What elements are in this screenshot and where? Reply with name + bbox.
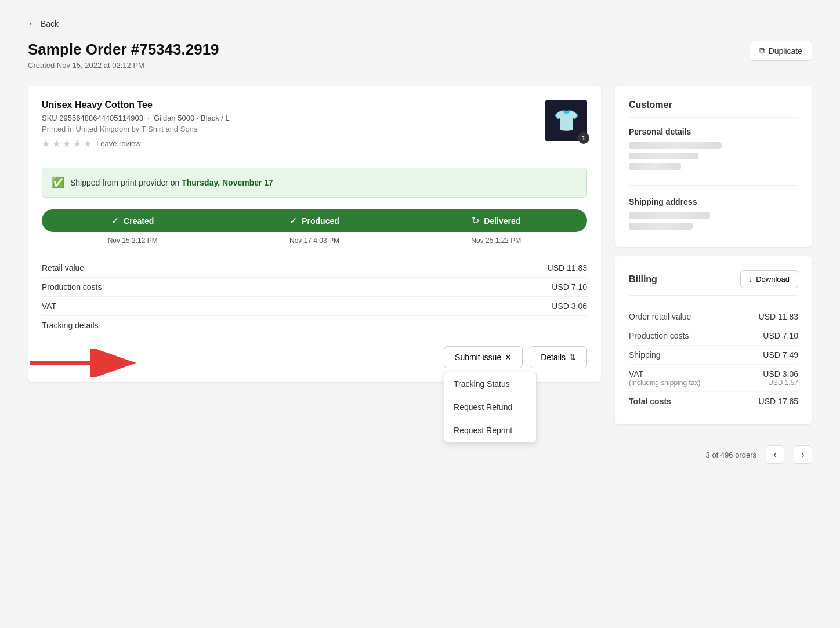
customer-card: Customer Personal details Shipping addre… [615,86,812,247]
production-value: USD 7.10 [552,282,587,292]
billing-total-label: Total costs [629,397,671,406]
back-label: Back [41,19,59,28]
vat-sub-value: USD 1.57 [763,379,798,387]
dropdown-request-refund[interactable]: Request Refund [444,395,536,419]
vat-value: USD 3.06 [552,302,587,311]
shipped-banner: ✅ Shipped from print provider on Thursda… [42,168,587,198]
billing-production-value: USD 7.10 [763,331,798,340]
details-button[interactable]: Details ⇅ [530,346,587,368]
vat-label: VAT [42,302,56,311]
billing-total-value: USD 17.65 [759,397,798,406]
dropdown-request-reprint[interactable]: Request Reprint [444,419,536,442]
order-date: Created Nov 15, 2022 at 02:12 PM [28,61,219,70]
pagination-prev[interactable]: ‹ [766,445,784,464]
page-header: Sample Order #75343.2919 Created Nov 15,… [28,41,812,70]
cost-row-vat: VAT USD 3.06 [42,297,587,316]
step-delivered: ↻ Delivered [405,209,587,232]
timestamp-produced: Nov 17 4:03 PM [223,237,405,245]
download-icon: ↓ [749,275,753,284]
billing-vat-value: USD 3.06 USD 1.57 [763,369,798,387]
star-1: ★ [42,138,50,149]
billing-retail-label: Order retail value [629,312,691,321]
created-icon: ✓ [111,215,119,226]
duplicate-icon: ⧉ [759,46,765,56]
shipping-section: Shipping address [629,197,798,230]
billing-shipping-value: USD 7.49 [763,350,798,360]
cost-row-production: Production costs USD 7.10 [42,278,587,297]
order-title: Sample Order #75343.2919 [28,41,219,59]
order-card: Unisex Heavy Cotton Tee SKU 295564886444… [28,86,601,382]
tracking-label: Tracking details [42,321,99,330]
timestamp-delivered: Nov 25 1:22 PM [405,237,587,245]
download-button[interactable]: ↓ Download [740,270,798,288]
chevron-left-icon: ‹ [773,449,776,460]
details-label: Details [541,353,566,362]
shipping-blurred-1 [629,212,710,219]
shipped-text: Shipped from print provider on Thursday,… [70,178,273,187]
cost-row-retail: Retail value USD 11.83 [42,259,587,278]
submit-issue-container: Submit issue ✕ Tracking Status Request R… [444,346,523,368]
retail-label: Retail value [42,263,84,273]
star-3: ★ [63,138,71,149]
pagination-text: 3 of 496 orders [706,451,756,459]
billing-title: Billing [629,274,657,285]
details-icon: ⇅ [569,353,576,362]
produced-label: Produced [302,216,339,226]
star-5: ★ [84,138,92,149]
production-label: Production costs [42,282,102,292]
product-count-badge: 1 [578,132,589,144]
main-layout: Unisex Heavy Cotton Tee SKU 295564886444… [28,86,812,464]
billing-card: Billing ↓ Download Order retail value US… [615,256,812,424]
created-label: Created [124,216,154,226]
billing-production-label: Production costs [629,331,689,340]
submit-issue-button[interactable]: Submit issue ✕ [444,346,523,368]
right-panel: Customer Personal details Shipping addre… [615,86,812,464]
shipped-date: Thursday, November 17 [182,178,273,187]
personal-blurred-2 [629,153,698,159]
billing-row-retail: Order retail value USD 11.83 [629,307,798,326]
product-sku: SKU 29556488644405114903 · Gildan 5000 ·… [42,114,545,122]
red-arrow-indicator [30,349,146,379]
duplicate-button[interactable]: ⧉ Duplicate [750,41,812,61]
leave-review-link[interactable]: Leave review [96,139,141,148]
back-arrow-icon: ← [28,19,37,29]
chevron-right-icon: › [801,449,804,460]
submit-issue-label: Submit issue [455,353,501,362]
progress-bar: ✓ Created ✓ Produced ↻ Delivered [42,209,587,232]
vat-sub-label: (Including shipping tax) [629,379,700,387]
cost-rows: Retail value USD 11.83 Production costs … [42,259,587,335]
personal-blurred-1 [629,142,722,149]
personal-section: Personal details [629,127,798,186]
submit-issue-dropdown: Tracking Status Request Refund Request R… [444,372,537,442]
download-label: Download [756,275,790,284]
duplicate-label: Duplicate [769,46,802,56]
billing-header: Billing ↓ Download [629,270,798,296]
submit-issue-icon: ✕ [505,353,512,362]
personal-blurred-3 [629,163,681,170]
star-4: ★ [73,138,81,149]
billing-retail-value: USD 11.83 [759,312,798,321]
shipping-label: Shipping address [629,197,798,206]
product-header: Unisex Heavy Cotton Tee SKU 295564886444… [42,100,587,158]
pagination: 3 of 496 orders ‹ › [615,445,812,464]
delivered-icon: ↻ [472,215,479,226]
billing-row-shipping: Shipping USD 7.49 [629,346,798,365]
product-thumbnail: 👕 1 [545,100,587,141]
dropdown-tracking-status[interactable]: Tracking Status [444,372,536,395]
pagination-next[interactable]: › [794,445,812,464]
billing-row-vat: VAT (Including shipping tax) USD 3.06 US… [629,365,798,392]
cost-row-tracking: Tracking details [42,316,587,335]
shipping-blurred-2 [629,223,693,230]
delivered-label: Delivered [484,216,520,226]
billing-vat-label: VAT (Including shipping tax) [629,369,700,387]
timestamp-created: Nov 15 2:12 PM [42,237,223,245]
billing-shipping-label: Shipping [629,350,661,360]
step-produced: ✓ Produced [223,209,405,232]
billing-row-production: Production costs USD 7.10 [629,326,798,346]
personal-label: Personal details [629,127,798,136]
step-created: ✓ Created [42,209,223,232]
back-button[interactable]: ← Back [28,19,59,29]
progress-timestamps: Nov 15 2:12 PM Nov 17 4:03 PM Nov 25 1:2… [42,237,587,245]
star-2: ★ [52,138,60,149]
billing-row-total: Total costs USD 17.65 [629,392,798,411]
